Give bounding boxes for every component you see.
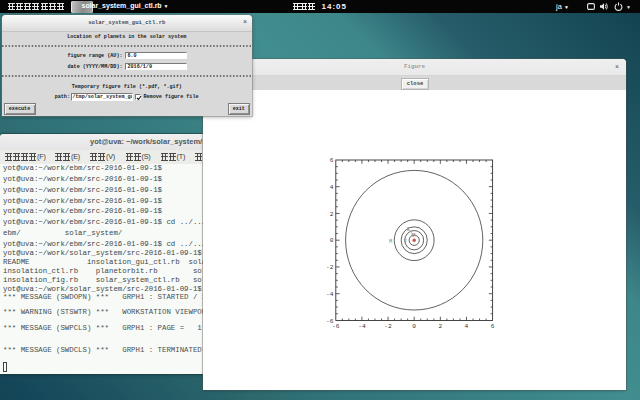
- svg-text:2: 2: [438, 323, 442, 330]
- svg-text:-4: -4: [358, 323, 366, 330]
- svg-text:M: M: [389, 238, 392, 245]
- svg-text:-4: -4: [326, 291, 334, 298]
- svg-text:-2: -2: [326, 264, 334, 271]
- svg-text:-6: -6: [326, 318, 334, 325]
- svg-text:V: V: [404, 238, 408, 245]
- svg-text:-2: -2: [384, 323, 392, 330]
- svg-text:6: 6: [330, 157, 334, 164]
- svg-text:0: 0: [412, 323, 416, 330]
- svg-text:0: 0: [330, 237, 334, 244]
- svg-text:2: 2: [330, 211, 334, 218]
- svg-text:6: 6: [491, 323, 495, 330]
- svg-text:4: 4: [465, 323, 469, 330]
- svg-text:4: 4: [330, 184, 334, 191]
